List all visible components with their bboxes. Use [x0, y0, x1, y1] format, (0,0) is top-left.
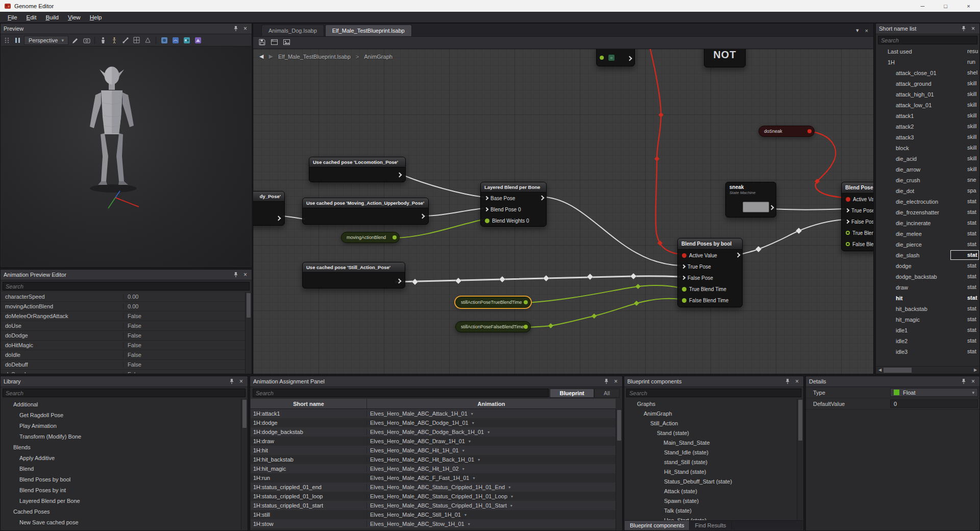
node-not[interactable]: NOT — [704, 49, 746, 67]
tree-item[interactable]: Main_Stand_State — [625, 438, 797, 447]
short-name-item[interactable]: die_crush sne — [876, 175, 979, 185]
tree-item[interactable]: New Save cached pose — [1, 517, 241, 527]
pin-icon[interactable] — [785, 378, 790, 384]
tree-item[interactable]: Still_Action — [625, 418, 797, 428]
model-icon[interactable] — [99, 36, 107, 44]
default-value-field[interactable]: 0 — [890, 399, 978, 408]
short-name-item[interactable]: die_electrocution stat — [876, 196, 979, 207]
tree-item[interactable]: Talk (state) — [625, 505, 797, 515]
chevron-down-icon[interactable]: ▾ — [473, 476, 475, 480]
tree-item[interactable]: Layered Blend per Bone — [1, 495, 241, 506]
pose-input-pin[interactable] — [484, 196, 488, 200]
table-row[interactable]: 1H:status_crippled_01_end Elves_Hero_Mal… — [251, 482, 616, 492]
scrollbar-thumb[interactable] — [242, 400, 247, 428]
tree-item[interactable]: Stand (state) — [625, 428, 797, 438]
table-row[interactable]: 1H:hit_magic Elves_Hero_Male_ABC_Hit_1H_… — [251, 464, 616, 473]
short-name-item[interactable]: die_melee stat — [876, 228, 979, 239]
animation-cell[interactable]: Elves_Hero_Male_ABC_Still_1H_01 ▾ — [367, 512, 616, 518]
search-input[interactable] — [626, 389, 801, 397]
close-panel-icon[interactable]: × — [238, 378, 244, 384]
search-input[interactable] — [3, 282, 250, 291]
float-input-pin[interactable] — [846, 231, 850, 235]
node-layered-blend-per-bone[interactable]: Layered Blend per Bone Base Pose Blend P… — [480, 182, 547, 227]
property-row[interactable]: doSneak False — [1, 370, 245, 373]
close-panel-icon[interactable]: × — [242, 26, 249, 32]
chevron-down-icon[interactable]: ▾ — [468, 522, 470, 526]
node-use-cached-pose-locomotion[interactable]: Use cached pose 'Locomotion_Pose' — [309, 157, 406, 182]
float-output-pin[interactable] — [524, 300, 528, 304]
pose-input-pin[interactable] — [484, 207, 488, 211]
animation-cell[interactable]: Elves_Hero_Male_ABC_Hit_1H_01 ▾ — [367, 447, 616, 453]
search-input[interactable] — [878, 36, 977, 44]
table-row[interactable]: 1H:still Elves_Hero_Male_ABC_Still_1H_01… — [251, 510, 616, 519]
close-panel-icon[interactable]: × — [970, 378, 976, 384]
breadcrumb-graph[interactable]: AnimGraph — [364, 54, 393, 60]
tree-item[interactable]: Use_Start (state) — [625, 515, 797, 520]
animation-cell[interactable]: Elves_Hero_Male_ABC_Draw_1H_01 ▾ — [367, 438, 616, 444]
pose-output-pin[interactable] — [276, 216, 281, 221]
property-row[interactable]: movingActionBlend 0.00 — [1, 302, 245, 311]
property-value[interactable]: False — [124, 361, 245, 368]
tree-item[interactable]: Status_Debuff_Start (state) — [625, 476, 797, 486]
bone-icon[interactable] — [121, 36, 130, 44]
column-short-name[interactable]: Short name — [251, 399, 367, 408]
save-icon[interactable] — [258, 38, 266, 47]
property-value[interactable]: 0.00 — [124, 303, 245, 309]
minimize-button[interactable]: ─ — [911, 0, 934, 12]
tree-item[interactable]: Play Animation — [1, 420, 241, 431]
document-tab[interactable]: Animals_Dog.lsabp — [261, 25, 324, 36]
edit-icon[interactable] — [71, 36, 80, 44]
node-sneak-state-machine[interactable]: sneak State Machine — [725, 182, 776, 218]
scrollbar-thumb[interactable] — [884, 368, 912, 373]
node-blend-poses-by-bool[interactable]: Blend Poses by bool Active Value True Po… — [677, 238, 743, 307]
property-value[interactable]: False — [124, 332, 245, 339]
tree-item[interactable]: Blend Poses by int — [1, 485, 241, 495]
export-icon[interactable] — [283, 38, 290, 47]
filter-tab[interactable]: Blueprint — [550, 389, 594, 398]
short-name-item[interactable]: attack3 skill — [876, 132, 979, 142]
physics-icon[interactable] — [160, 36, 168, 44]
value-input-pin[interactable] — [600, 56, 604, 60]
tree-item[interactable]: AnimGraph — [625, 408, 797, 418]
node-blend-poses-right[interactable]: Blend Poses Active Val True Pose False P… — [841, 182, 873, 251]
back-icon[interactable]: ◀ — [259, 53, 263, 60]
variable-still-action-false-blend-time[interactable]: stillActionPoseFalseBlendTime — [455, 321, 531, 332]
animation-cell[interactable]: Elves_Hero_Male_ABC_Attack_1H_01 ▾ — [367, 411, 616, 417]
variable-still-action-true-blend-time[interactable]: stillActionPoseTrueBlendTime — [455, 297, 531, 308]
animation-cell[interactable]: Elves_Hero_Male_ABC_Status_Crippled_1H_0… — [367, 484, 616, 490]
short-name-item[interactable]: hit stat — [876, 293, 979, 303]
short-name-item[interactable]: 1H run — [876, 57, 979, 67]
property-row[interactable]: doIdle False — [1, 350, 245, 360]
animation-cell[interactable]: Elves_Hero_Male_ABC_Status_Crippled_1H_0… — [367, 493, 616, 499]
property-row[interactable]: doUse False — [1, 321, 245, 331]
node-partial-cached-pose[interactable]: dy_Pose' — [253, 191, 285, 226]
short-name-item[interactable]: attack_high_01 skill — [876, 89, 979, 100]
tree-item[interactable]: Get Ragdoll Pose — [1, 409, 241, 420]
camera-icon[interactable] — [82, 36, 91, 44]
short-name-item[interactable]: die_acid skill — [876, 153, 979, 164]
tree-item[interactable]: stand_Still (state) — [625, 457, 797, 467]
chevron-down-icon[interactable]: ▾ — [469, 439, 471, 444]
tree-item[interactable]: Transform (Modify) Bone — [1, 431, 241, 442]
panel-bottom-tab[interactable]: Blueprint components — [625, 521, 690, 530]
short-name-item[interactable]: attack_low_01 skill — [876, 100, 979, 110]
graph-canvas[interactable]: ◀ ▶ Elf_Male_TestBlueprint.lsabp > AnimG… — [253, 49, 873, 374]
table-row[interactable]: 1H:dodge Elves_Hero_Male_ABC_Dodge_1H_01… — [251, 418, 616, 427]
table-row[interactable]: 1H:hit Elves_Hero_Male_ABC_Hit_1H_01 ▾ — [251, 446, 616, 455]
preview-viewport[interactable] — [1, 46, 251, 267]
short-name-item[interactable]: die_frozenshatter stat — [876, 207, 979, 218]
table-row[interactable]: 2H:attack1 Elves_Hero_Male_ABC_Attack_2H… — [251, 528, 616, 530]
document-tab[interactable]: Elf_Male_TestBlueprint.lsabp — [325, 25, 412, 36]
pin-icon[interactable] — [233, 26, 238, 32]
grid-icon[interactable] — [143, 36, 152, 44]
short-name-item[interactable]: idle2 stat — [876, 335, 979, 346]
short-name-item[interactable]: idle3 stat — [876, 346, 979, 357]
mesh-icon[interactable] — [132, 36, 141, 44]
morph-icon[interactable] — [182, 36, 191, 44]
short-name-item[interactable]: attack1 skill — [876, 110, 979, 121]
close-document-icon[interactable]: × — [865, 28, 868, 34]
pose-output-pin[interactable] — [769, 205, 774, 210]
short-name-item[interactable]: hit_backstab stat — [876, 303, 979, 314]
chevron-down-icon[interactable]: ▾ — [508, 485, 510, 490]
breadcrumb-file[interactable]: Elf_Male_TestBlueprint.lsabp — [278, 54, 351, 60]
